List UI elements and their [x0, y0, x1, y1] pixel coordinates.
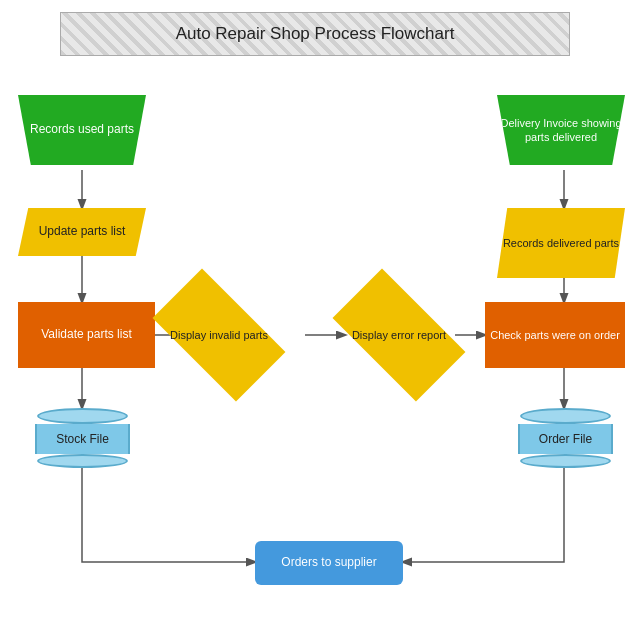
check-parts-on-order-label: Check parts were on order: [490, 328, 620, 342]
records-delivered-parts-shape: Records delivered parts: [497, 208, 625, 278]
display-invalid-parts-shape: Display invalid parts: [160, 300, 278, 370]
order-file-shape: Order File: [518, 408, 613, 468]
records-used-parts-label: Records used parts: [30, 122, 134, 138]
delivery-invoice-shape: Delivery Invoice showing parts delivered: [497, 95, 625, 165]
order-file-label: Order File: [539, 432, 592, 446]
display-error-report-label: Display error report: [352, 328, 446, 342]
update-parts-list-label: Update parts list: [39, 224, 126, 240]
title-box: Auto Repair Shop Process Flowchart: [60, 12, 570, 56]
validate-parts-list-label: Validate parts list: [41, 327, 132, 343]
stock-file-shape: Stock File: [35, 408, 130, 468]
check-parts-on-order-shape: Check parts were on order: [485, 302, 625, 368]
orders-to-supplier-shape: Orders to supplier: [255, 541, 403, 585]
display-error-report-shape: Display error report: [340, 300, 458, 370]
display-invalid-parts-label: Display invalid parts: [170, 328, 268, 342]
validate-parts-list-shape: Validate parts list: [18, 302, 155, 368]
records-delivered-parts-label: Records delivered parts: [503, 236, 619, 250]
update-parts-list-shape: Update parts list: [18, 208, 146, 256]
orders-to-supplier-label: Orders to supplier: [281, 555, 376, 571]
stock-file-label: Stock File: [56, 432, 109, 446]
page-title: Auto Repair Shop Process Flowchart: [176, 24, 455, 44]
records-used-parts-shape: Records used parts: [18, 95, 146, 165]
delivery-invoice-label: Delivery Invoice showing parts delivered: [497, 116, 625, 145]
flowchart-page: Auto Repair Shop Process Flowchart: [0, 0, 639, 625]
